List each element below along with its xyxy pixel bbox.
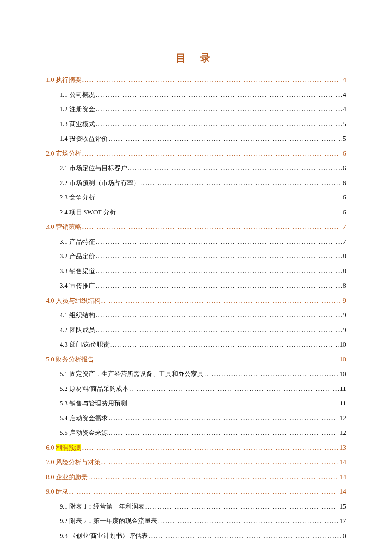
- toc-page-number: 9: [343, 310, 346, 320]
- toc-leader-dots: [96, 119, 342, 129]
- toc-entry: 9.0 附录14: [46, 487, 346, 497]
- toc-label: 3.2 产品定价: [60, 251, 95, 261]
- toc-label: 5.3 销售与管理费用预测: [60, 399, 127, 408]
- toc-entry: 2.4 项目 SWOT 分析6: [46, 208, 346, 217]
- toc-leader-dots: [96, 251, 342, 261]
- toc-label: 9.3 《创业/商业计划书》评估表: [60, 531, 148, 541]
- toc-label: 1.4 投资收益评价: [60, 134, 108, 144]
- toc-label: 2.4 项目 SWOT 分析: [60, 208, 116, 217]
- toc-page-number: 6: [343, 163, 346, 173]
- toc-page-number: 6: [343, 193, 346, 202]
- toc-label: 5.4 启动资金需求: [60, 413, 108, 423]
- toc-label: 4.2 团队成员: [60, 325, 95, 335]
- highlight-text: 利润预测: [56, 444, 81, 451]
- toc-entry: 9.3 《创业/商业计划书》评估表0: [46, 531, 346, 541]
- toc-entry: 4.0 人员与组织结构9: [46, 296, 346, 306]
- toc-label: 4.0 人员与组织结构: [46, 296, 101, 306]
- toc-page-number: 13: [340, 443, 346, 453]
- toc-label: 3.3 销售渠道: [60, 266, 95, 276]
- toc-leader-dots: [96, 310, 342, 320]
- toc-leader-dots: [158, 516, 339, 526]
- toc-leader-dots: [109, 134, 342, 144]
- toc-page-number: 4: [343, 104, 346, 114]
- toc-page-number: 9: [343, 325, 346, 335]
- toc-entry: 2.2 市场预测（市场占有率）6: [46, 178, 346, 188]
- toc-leader-dots: [96, 104, 342, 114]
- toc-label: 1.1 公司概况: [60, 90, 95, 100]
- toc-entry: 3.1 产品特征7: [46, 237, 346, 247]
- toc-page-number: 7: [343, 237, 346, 247]
- toc-leader-dots: [149, 531, 342, 541]
- toc-entry: 3.3 销售渠道8: [46, 266, 346, 276]
- toc-page-number: 5: [343, 119, 346, 129]
- toc-leader-dots: [96, 237, 342, 247]
- toc-entry: 5.5 启动资金来源12: [46, 428, 346, 438]
- toc-entry: 5.4 启动资金需求12: [46, 413, 346, 423]
- toc-label: 5.0 财务分析报告: [46, 355, 94, 364]
- toc-entry: 7.0 风险分析与对策14: [46, 457, 346, 467]
- toc-label: 9.0 附录: [46, 487, 69, 497]
- toc-page-number: 5: [343, 134, 346, 144]
- toc-entry: 1.3 商业模式5: [46, 119, 346, 129]
- toc-label: 2.2 市场预测（市场占有率）: [60, 178, 140, 188]
- toc-page-number: 11: [340, 399, 346, 408]
- toc-page-number: 15: [340, 502, 346, 512]
- toc-page-number: 9: [343, 296, 346, 306]
- toc-leader-dots: [109, 413, 339, 423]
- table-of-contents: 1.0 执行摘要41.1 公司概况41.2 注册资金41.3 商业模式51.4 …: [46, 75, 346, 541]
- toc-leader-dots: [69, 487, 339, 497]
- toc-label: 2.0 市场分析: [46, 149, 81, 159]
- toc-page-number: 8: [343, 281, 346, 291]
- toc-page-number: 14: [340, 472, 346, 482]
- toc-label: 5.5 启动资金来源: [60, 428, 108, 438]
- toc-entry: 2.1 市场定位与目标客户6: [46, 163, 346, 173]
- toc-label: 5.2 原材料/商品采购成本: [60, 384, 129, 394]
- toc-label: 3.1 产品特征: [60, 237, 95, 247]
- toc-label: 9.1 附表 1：经营第一年利润表: [60, 502, 144, 512]
- toc-page-number: 8: [343, 251, 346, 261]
- toc-leader-dots: [205, 369, 339, 379]
- toc-page-number: 14: [340, 457, 346, 467]
- toc-leader-dots: [130, 384, 339, 394]
- toc-entry: 1.1 公司概况4: [46, 90, 346, 100]
- toc-label: 2.3 竞争分析: [60, 193, 95, 202]
- toc-entry: 5.3 销售与管理费用预测11: [46, 399, 346, 408]
- toc-label: 9.2 附表 2：第一年度的现金流量表: [60, 516, 157, 526]
- toc-label: 2.1 市场定位与目标客户: [60, 163, 127, 173]
- toc-leader-dots: [109, 428, 339, 438]
- toc-page-number: 6: [343, 178, 346, 188]
- toc-entry: 4.2 团队成员9: [46, 325, 346, 335]
- toc-leader-dots: [101, 457, 339, 467]
- toc-entry: 3.2 产品定价8: [46, 251, 346, 261]
- toc-label: 1.0 执行摘要: [46, 75, 81, 85]
- toc-entry: 5.0 财务分析报告10: [46, 355, 346, 364]
- toc-entry: 3.4 宣传推广8: [46, 281, 346, 291]
- toc-page-number: 8: [343, 266, 346, 276]
- toc-leader-dots: [95, 355, 339, 364]
- toc-leader-dots: [96, 266, 342, 276]
- toc-leader-dots: [89, 472, 339, 482]
- toc-entry: 6.0 利润预测13: [46, 443, 346, 453]
- toc-page-number: 6: [343, 208, 346, 217]
- toc-page-number: 10: [340, 355, 346, 364]
- toc-page-number: 6: [343, 149, 346, 159]
- toc-page-number: 0: [343, 531, 346, 541]
- toc-leader-dots: [110, 340, 339, 350]
- toc-label: 3.0 营销策略: [46, 222, 81, 232]
- toc-leader-dots: [145, 502, 339, 512]
- toc-label: 1.2 注册资金: [60, 104, 95, 114]
- toc-leader-dots: [82, 222, 342, 232]
- toc-page-number: 14: [340, 487, 346, 497]
- toc-page-number: 10: [340, 369, 346, 379]
- toc-entry: 4.1 组织结构9: [46, 310, 346, 320]
- toc-page-number: 12: [340, 413, 346, 423]
- toc-label: 1.3 商业模式: [60, 119, 95, 129]
- toc-entry: 9.2 附表 2：第一年度的现金流量表17: [46, 516, 346, 526]
- toc-leader-dots: [96, 325, 342, 335]
- toc-page-number: 17: [340, 516, 346, 526]
- toc-leader-dots: [141, 178, 342, 188]
- toc-leader-dots: [128, 163, 342, 173]
- toc-entry: 2.3 竞争分析6: [46, 193, 346, 202]
- toc-leader-dots: [82, 443, 339, 453]
- toc-leader-dots: [96, 281, 342, 291]
